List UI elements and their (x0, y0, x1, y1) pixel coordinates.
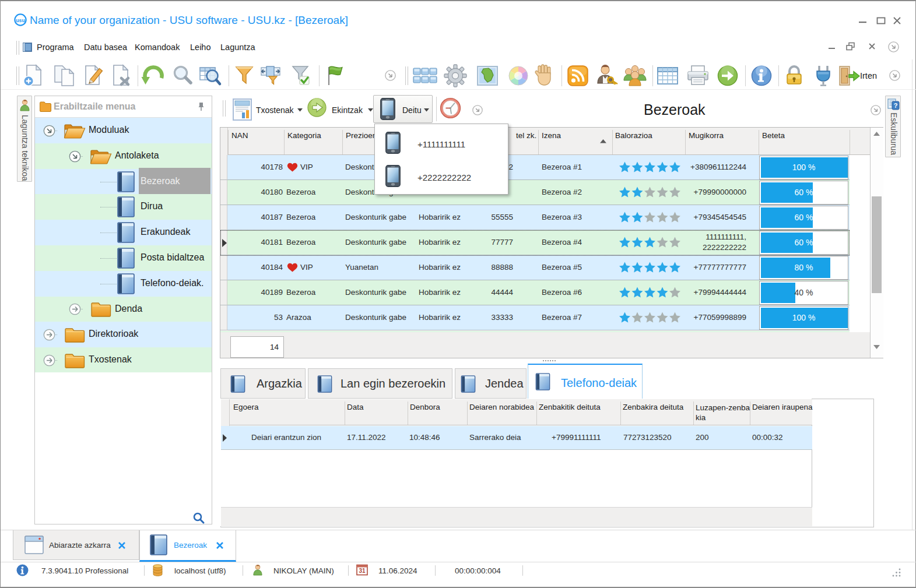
svg-text:usu: usu (16, 17, 24, 23)
svg-text:?: ? (894, 102, 898, 109)
svg-text:31: 31 (359, 568, 366, 574)
